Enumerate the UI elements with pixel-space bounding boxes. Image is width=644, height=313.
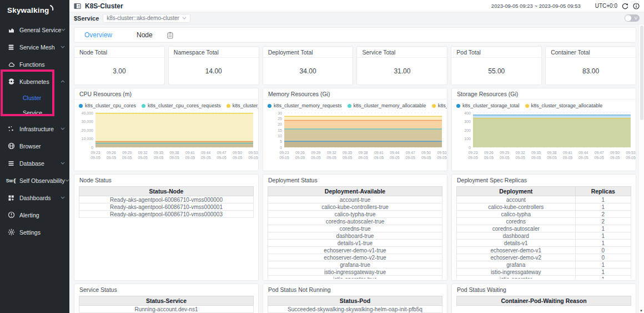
stat-label: Service Total <box>357 47 447 58</box>
clipboard-icon[interactable] <box>167 32 173 39</box>
sidebar-subitem-service[interactable]: Service <box>0 105 69 120</box>
legend-item[interactable]: k8s_cluster_cpu_cores_requests <box>142 103 221 108</box>
collapse-sidebar-icon[interactable] <box>74 3 81 9</box>
svg-text:09:41: 09:41 <box>185 151 195 155</box>
layers-icon <box>7 43 15 51</box>
table-cell: calico-typha <box>457 211 576 218</box>
sidebar-item-database[interactable]: Database <box>0 155 69 172</box>
table-row: Succeeded-skywalking-skywalking-helm-oap… <box>268 306 442 313</box>
legend-item[interactable]: k8s_cluster_memory_allocatable <box>348 103 426 108</box>
area-chart[interactable]: 05101520253009:2309-0509:2609-0509:2909-… <box>263 110 447 165</box>
chart-title: Storage Resources (Gi) <box>452 88 636 100</box>
table-row: account-true <box>268 196 442 203</box>
svg-text:09:23: 09:23 <box>468 151 477 155</box>
sidebar-item-functions[interactable]: Functions <box>0 56 69 73</box>
table-row: Ready-aks-agentpool-60086710-vmss000000 <box>79 196 254 203</box>
sidebar-item-browser[interactable]: Browser <box>0 137 69 155</box>
table-cell: grafana-true <box>268 261 442 269</box>
sidebar-item-self-observability[interactable]: Sw⦃ Self Observability <box>0 172 69 189</box>
table-row: calico-kube-controllers-true <box>268 203 442 211</box>
table-cell: 1 <box>575 196 631 203</box>
table-cell: Ready-aks-agentpool-60086710-vmss000003 <box>79 211 254 218</box>
svg-text:09:29: 09:29 <box>311 151 320 155</box>
legend-item[interactable]: k8s_cluster_storage_total <box>456 103 520 108</box>
svg-text:09:23: 09:23 <box>279 151 289 155</box>
chevron-up-icon <box>61 80 65 83</box>
legend-item[interactable]: k8s_cluster_ <box>227 103 259 108</box>
chevron-down-icon <box>61 28 66 31</box>
svg-text:09-05: 09-05 <box>421 156 431 160</box>
legend-item[interactable]: k8s_cluster_memory_requests <box>268 103 342 108</box>
tab-overview[interactable]: Overview <box>84 31 112 39</box>
page-scrollbar[interactable]: ▼ <box>638 24 644 313</box>
table-cell: coredns <box>457 218 576 225</box>
timezone-label[interactable]: UTC+0:0 <box>595 3 617 9</box>
sidebar-item-kubernetes[interactable]: Kubernetes <box>0 73 69 90</box>
table-container[interactable]: Deployment-Availableaccount-truecalico-k… <box>268 186 442 279</box>
chevron-down-icon <box>65 179 69 182</box>
svg-text:10: 10 <box>278 134 282 138</box>
legend-dot <box>268 104 271 108</box>
table-card-service-status: Service Status Status-ServiceRunning-acc… <box>74 284 259 313</box>
service-selector-bar: $Service k8s-cluster::aks-demo-cluster V <box>69 12 644 24</box>
area-chart[interactable]: 010,00020,00030,00040,00009:2309-0509:26… <box>74 110 258 165</box>
svg-text:09:53: 09:53 <box>626 151 635 155</box>
service-select[interactable]: k8s-cluster::aks-demo-cluster <box>103 14 190 23</box>
sidebar-item-settings[interactable]: Settings <box>0 223 69 241</box>
sidebar-item-infrastructure[interactable]: Infrastructure <box>0 120 69 137</box>
table-row: Ready-aks-agentpool-60086710-vmss000003 <box>79 211 254 218</box>
sidebar-item-general-service[interactable]: General Service <box>0 21 69 38</box>
table-card-title: Node Status <box>74 175 258 185</box>
sidebar-item-alerting[interactable]: Alerting <box>0 206 69 223</box>
time-range-picker[interactable]: 2023-09-05 09:23 ~ 2023-09-05 09:53 <box>491 3 581 9</box>
table-cell: 2 <box>575 211 631 218</box>
svg-text:09-05: 09-05 <box>107 156 117 160</box>
table-row: echoserver-demo-v1-true <box>268 247 442 254</box>
scrollbar-thumb[interactable] <box>640 26 643 120</box>
refresh-icon[interactable] <box>622 3 628 9</box>
svg-text:09-05: 09-05 <box>138 156 148 160</box>
toggle-label: V <box>635 16 637 21</box>
table-cell: coredns-true <box>268 225 442 232</box>
area-chart[interactable]: 010020030040009:2309-0509:2609-0509:2909… <box>452 110 636 165</box>
sidebar-item-dashboards[interactable]: Dashboards <box>0 189 69 206</box>
edit-mode-toggle[interactable]: V <box>625 14 640 22</box>
table-card-title: Service Status <box>74 284 258 295</box>
legend-label: k8s_cluster_cpu_cores_requests <box>148 103 221 108</box>
table-cell: calico-kube-controllers <box>457 203 576 211</box>
table-cell: 0 <box>575 254 631 261</box>
toggle-knob <box>625 15 631 21</box>
app-logo-text: Skywalking <box>7 6 49 14</box>
table-card-title: Deployment Spec Replicas <box>452 175 636 185</box>
legend-item[interactable]: k8s_cluster_cpu_cores <box>79 103 136 108</box>
legend-label: k8s_cluster_memory_requests <box>274 103 342 108</box>
stat-label: Pod Total <box>451 47 541 58</box>
table-container: Container-Pod-Waiting Reason <box>456 296 631 306</box>
table-cell: 1 <box>575 203 631 211</box>
table-row: coredns-autoscaler-true <box>268 218 442 225</box>
svg-text:09-05: 09-05 <box>217 156 227 160</box>
table-container[interactable]: Status-ServiceRunning-account.dev-ns1Run… <box>79 296 254 313</box>
scroll-down-arrow-icon[interactable]: ▼ <box>640 309 643 312</box>
sidebar-item-service-mesh[interactable]: Service Mesh <box>0 38 69 56</box>
sidebar-subitem-cluster[interactable]: Cluster <box>0 90 69 105</box>
table-cell: Running-account.dev-ns1 <box>79 306 254 313</box>
legend-item[interactable]: k8s_cluster_storage_allocatable <box>525 103 603 108</box>
table-row: Ready-aks-agentpool-60086710-vmss000001 <box>79 203 254 211</box>
table-container[interactable]: DeploymentReplicasaccount1calico-kube-co… <box>456 186 631 279</box>
table-card-title: Pod Status Not Running <box>263 284 447 295</box>
legend-item[interactable]: k8s_ <box>432 103 447 108</box>
data-table: DeploymentReplicasaccount1calico-kube-co… <box>456 186 631 279</box>
area-chart-icon <box>7 26 15 33</box>
chevron-down-icon <box>61 196 65 199</box>
svg-text:200: 200 <box>464 128 471 132</box>
svg-text:09:41: 09:41 <box>374 151 384 155</box>
info-icon[interactable] <box>633 3 640 9</box>
app-logo[interactable]: Skywalking <box>0 0 69 17</box>
stat-value: 31.00 <box>357 58 447 85</box>
column-header: Status-Service <box>79 296 254 306</box>
svg-text:09:35: 09:35 <box>343 151 352 155</box>
tab-node[interactable]: Node <box>137 31 153 39</box>
column-header: Deployment <box>457 187 576 196</box>
dashboard-content: Overview Node Node Total 3.00 Namespace … <box>69 24 638 313</box>
